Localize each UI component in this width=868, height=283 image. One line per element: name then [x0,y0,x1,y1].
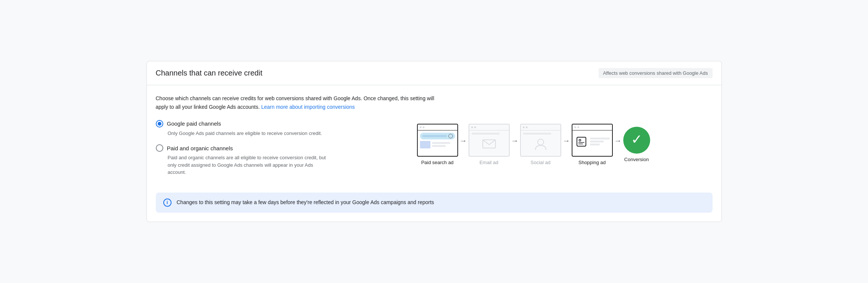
paid-search-browser [417,124,458,157]
check-icon: ✓ [631,133,642,146]
info-icon: i [163,199,172,207]
paid-search-content [418,130,457,151]
person-icon [534,137,547,151]
options-diagram-row: Google paid channels Only Google Ads pai… [156,120,713,184]
email-browser [469,124,510,157]
info-text: Changes to this setting may take a few d… [177,199,434,206]
learn-more-link[interactable]: Learn more about importing conversions [261,104,355,110]
conversion-circle: ✓ [623,127,650,154]
option-google-paid-text: Google paid channels [167,120,221,127]
arrow-1: → [460,136,467,153]
shopping-browser [572,124,613,157]
diagram-step-email: Email ad [469,124,510,165]
browser-topbar-paid-search [418,124,457,130]
browser-topbar-social [521,124,560,130]
email-label: Email ad [479,160,498,165]
page-title: Channels that can receive credit [156,69,263,77]
diagram-step-conversion: ✓ Conversion [623,127,650,162]
description-text: Choose which channels can receive credit… [156,94,436,111]
shopping-content [572,130,612,153]
arrow-2: → [511,136,519,153]
option-google-paid-desc: Only Google Ads paid channels are eligib… [168,130,332,137]
option-google-paid-label[interactable]: Google paid channels [156,120,332,127]
svg-point-1 [538,139,544,145]
social-label: Social ad [531,160,550,165]
arrow-4: → [614,136,622,153]
info-banner: i Changes to this setting may take a few… [156,193,713,213]
email-content [469,130,509,151]
main-card: Channels that can receive credit Affects… [146,61,722,222]
arrow-3: → [563,136,570,153]
social-browser [520,124,561,157]
email-envelope-icon [482,138,496,148]
search-bar [420,133,455,139]
diagram-step-shopping: Shopping ad [572,124,613,165]
shopping-label: Shopping ad [578,160,606,165]
browser-topbar-shopping [572,124,612,130]
diagram-step-paid-search: Paid search ad [417,124,458,165]
option-google-paid[interactable]: Google paid channels Only Google Ads pai… [156,120,332,137]
card-body: Choose which channels can receive credit… [147,85,722,213]
svg-point-3 [579,139,581,141]
conversion-diagram: Paid search ad → [355,120,713,165]
option-paid-organic-desc: Paid and organic channels are all eligib… [168,154,332,176]
search-icon [448,134,453,138]
card-header: Channels that can receive credit Affects… [147,61,722,85]
option-paid-organic-text: Paid and organic channels [167,145,233,151]
tag-icon [576,136,587,147]
social-content [521,130,560,154]
option-paid-organic-label[interactable]: Paid and organic channels [156,144,332,152]
paid-search-label: Paid search ad [421,160,454,165]
radio-paid-organic[interactable] [156,144,163,152]
conversion-label: Conversion [624,157,649,162]
diagram-step-social: Social ad [520,124,561,165]
radio-google-paid[interactable] [156,120,163,127]
radio-google-paid-inner [158,122,161,126]
options-list: Google paid channels Only Google Ads pai… [156,120,332,184]
option-paid-organic[interactable]: Paid and organic channels Paid and organ… [156,144,332,176]
browser-topbar-email [469,124,509,130]
svg-rect-2 [577,137,586,146]
affects-badge: Affects web conversions shared with Goog… [599,68,713,78]
